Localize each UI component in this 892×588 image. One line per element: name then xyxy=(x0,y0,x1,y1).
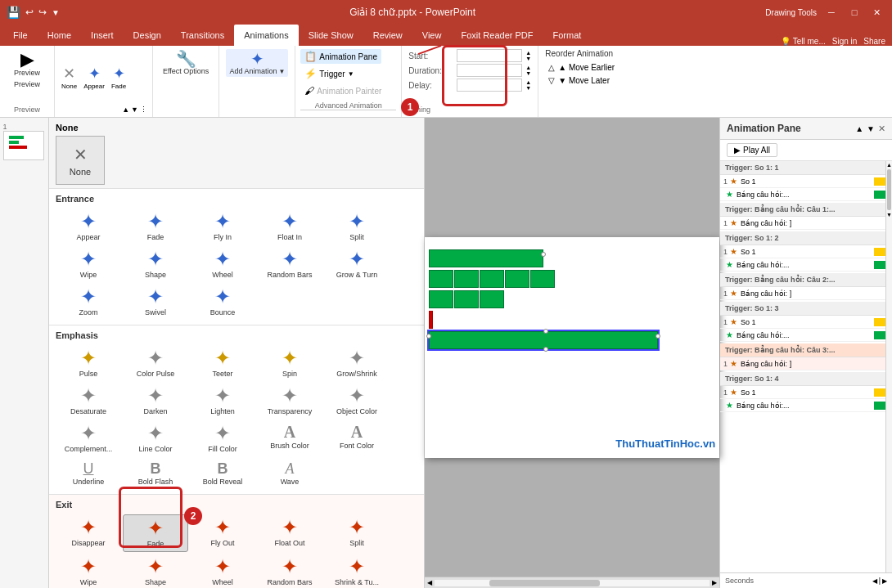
pane-scroll-up[interactable]: ▲ xyxy=(886,162,892,168)
undo-icon[interactable]: ↩ xyxy=(25,7,34,18)
anim-underline[interactable]: U Underline xyxy=(56,458,121,489)
redo-icon[interactable]: ↪ xyxy=(38,7,47,18)
anim-bold-reveal[interactable]: B Bold Reveal xyxy=(190,458,255,489)
slide-thumbnail-1[interactable]: 1 xyxy=(3,121,46,160)
anim-transparency[interactable]: ✦ Transparency xyxy=(257,383,322,419)
tab-review[interactable]: Review xyxy=(363,25,412,46)
anim-wave[interactable]: A Wave xyxy=(257,458,322,489)
animation-pane-btn[interactable]: 📋 Animation Pane xyxy=(300,49,381,64)
anim-pane-up-btn[interactable]: ▲ xyxy=(855,124,863,133)
anim-bold-flash[interactable]: B Bold Flash xyxy=(123,458,188,489)
delay-spin[interactable]: ▲▼ xyxy=(525,79,531,91)
anim-pane-close-btn[interactable]: ✕ xyxy=(878,123,885,134)
share-btn[interactable]: Share xyxy=(863,37,885,46)
anim-zoom[interactable]: ✦ Zoom xyxy=(56,284,121,320)
anim-fade-exit[interactable]: ✦ Fade xyxy=(123,514,188,552)
maximize-btn[interactable]: □ xyxy=(846,4,863,20)
anim-painter-btn[interactable]: 🖌 Animation Painter xyxy=(300,83,385,98)
seconds-left-btn[interactable]: ◀ xyxy=(872,577,877,585)
effect-options-btn[interactable]: 🔧 Effect Options xyxy=(160,49,212,77)
anim-darken[interactable]: ✦ Darken xyxy=(123,383,188,419)
trigger-item-1-2[interactable]: ★ Bảng câu hỏi:... xyxy=(720,188,892,201)
anim-fly-out[interactable]: ✦ Fly Out xyxy=(190,514,255,552)
pane-scrollbar[interactable]: ▲ ▼ xyxy=(885,161,892,572)
h-scroll-left[interactable]: ◀ xyxy=(425,579,435,586)
anim-fly-in[interactable]: ✦ Fly In xyxy=(190,209,255,245)
anim-grow-shrink[interactable]: ✦ Grow/Shrink xyxy=(324,345,390,381)
slide-h-scrollbar[interactable]: ◀ ▶ xyxy=(425,577,719,588)
play-all-btn[interactable]: ▶ Play All xyxy=(727,143,777,157)
trigger-item-7-1[interactable]: 1 ★ So 1 xyxy=(720,386,892,399)
anim-wheel[interactable]: ✦ Wheel xyxy=(190,246,255,282)
anim-brush-color[interactable]: A Brush Color xyxy=(257,420,322,456)
preview-btn2[interactable]: Preview xyxy=(7,79,47,90)
anim-none-strip[interactable]: ✕ None xyxy=(60,63,79,92)
anim-wipe[interactable]: ✦ Wipe xyxy=(56,246,121,282)
trigger-item-5-2[interactable]: ★ Bảng câu hỏi:... xyxy=(720,329,892,342)
anim-disappear[interactable]: ✦ Disappear xyxy=(56,514,121,552)
add-animation-btn[interactable]: ✦ Add Animation ▼ xyxy=(226,49,288,77)
trigger-item-4-1[interactable]: 1 ★ Bảng câu hỏi: ] xyxy=(720,287,892,300)
anim-teeter[interactable]: ✦ Teeter xyxy=(190,345,255,381)
trigger-item-7-2[interactable]: ★ Bảng câu hỏi:... xyxy=(720,399,892,412)
anim-line-color[interactable]: ✦ Line Color xyxy=(123,420,188,456)
none-animation-btn[interactable]: ✕ None xyxy=(56,136,105,185)
anim-grow-turn[interactable]: ✦ Grow & Turn xyxy=(324,246,390,282)
anim-object-color[interactable]: ✦ Object Color xyxy=(324,383,390,419)
anim-shrink-tu[interactable]: ✦ Shrink & Tu... xyxy=(324,554,390,588)
anim-shape-exit[interactable]: ✦ Shape xyxy=(123,554,188,588)
pane-scroll-down[interactable]: ▼ xyxy=(886,212,892,218)
anim-random-bars-entrance[interactable]: ✦ Random Bars xyxy=(257,246,322,282)
anim-up-arrow[interactable]: ▲ xyxy=(122,105,129,114)
trigger-item-6-1[interactable]: 1 ★ Bảng câu hỏi: ] xyxy=(720,357,892,370)
anim-appear[interactable]: ✦ Appear xyxy=(56,209,121,245)
anim-fade-entrance[interactable]: ✦ Fade xyxy=(123,209,188,245)
move-earlier-btn[interactable]: △ ▲ Move Earlier xyxy=(545,61,618,74)
trigger-item-3-1[interactable]: 1 ★ So 1 xyxy=(720,245,892,258)
tab-home[interactable]: Home xyxy=(38,25,81,46)
seconds-right-btn[interactable]: ▶ xyxy=(882,577,887,585)
anim-font-color[interactable]: A Font Color xyxy=(324,420,390,456)
trigger-btn[interactable]: ⚡ Trigger ▼ xyxy=(300,66,358,81)
tab-format[interactable]: Format xyxy=(543,25,591,46)
anim-pane-down-btn[interactable]: ▼ xyxy=(867,124,875,133)
duration-input[interactable] xyxy=(457,64,522,77)
anim-float-in[interactable]: ✦ Float In xyxy=(257,209,322,245)
tab-transitions[interactable]: Transitions xyxy=(171,25,234,46)
trigger-item-3-2[interactable]: ★ Bảng câu hỏi:... xyxy=(720,258,892,272)
anim-bounce[interactable]: ✦ Bounce xyxy=(190,284,255,320)
duration-spin[interactable]: ▲▼ xyxy=(525,65,531,76)
tab-design[interactable]: Design xyxy=(124,25,171,46)
tab-slideshow[interactable]: Slide Show xyxy=(299,25,363,46)
anim-fill-color[interactable]: ✦ Fill Color xyxy=(190,420,255,456)
anim-swivel[interactable]: ✦ Swivel xyxy=(123,284,188,320)
anim-down-arrow[interactable]: ▼ xyxy=(131,105,138,114)
close-btn[interactable]: ✕ xyxy=(869,4,885,20)
slide-canvas[interactable]: ThuThuatTinHoc.vn xyxy=(425,118,719,577)
trigger-item-5-1[interactable]: 1 ★ So 1 xyxy=(720,316,892,329)
anim-spin[interactable]: ✦ Spin xyxy=(257,345,322,381)
tab-file[interactable]: File xyxy=(3,25,38,46)
anim-shape-entrance[interactable]: ✦ Shape xyxy=(123,246,188,282)
minimize-btn[interactable]: ─ xyxy=(823,4,840,20)
animation-scroll-area[interactable]: None ✕ None Entrance ✦ Appear xyxy=(49,118,424,588)
anim-lighten[interactable]: ✦ Lighten xyxy=(190,383,255,419)
anim-wipe-exit[interactable]: ✦ Wipe xyxy=(56,554,121,588)
trigger-item-1-1[interactable]: 1 ★ So 1 xyxy=(720,175,892,188)
anim-split-exit[interactable]: ✦ Split xyxy=(324,514,390,552)
move-later-btn[interactable]: ▽ ▼ Move Later xyxy=(545,74,618,87)
anim-color-pulse[interactable]: ✦ Color Pulse xyxy=(123,345,188,381)
tab-foxit[interactable]: Foxit Reader PDF xyxy=(451,25,543,46)
anim-more-arrow[interactable]: ⋮ xyxy=(140,105,147,114)
customize-icon[interactable]: ▼ xyxy=(52,8,60,17)
anim-float-out[interactable]: ✦ Float Out xyxy=(257,514,322,552)
delay-input[interactable] xyxy=(457,79,522,92)
tab-view[interactable]: View xyxy=(412,25,452,46)
tell-me-input[interactable]: 💡 Tell me... xyxy=(781,37,826,46)
anim-random-bars-exit[interactable]: ✦ Random Bars xyxy=(257,554,322,588)
sign-in-btn[interactable]: Sign in xyxy=(832,37,858,46)
anim-complement[interactable]: ✦ Complement... xyxy=(56,420,121,456)
anim-pulse[interactable]: ✦ Pulse xyxy=(56,345,121,381)
start-input[interactable] xyxy=(457,49,522,62)
tab-insert[interactable]: Insert xyxy=(81,25,124,46)
